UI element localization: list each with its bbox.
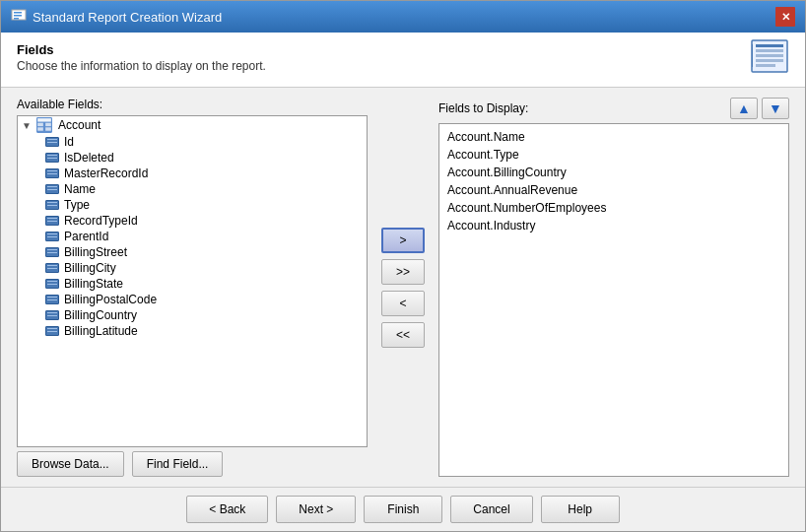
- remove-one-button[interactable]: <: [381, 291, 425, 316]
- field-icon: [45, 247, 59, 257]
- title-bar: Standard Report Creation Wizard ✕: [1, 1, 805, 33]
- window-title: Standard Report Creation Wizard: [33, 10, 222, 25]
- svg-rect-16: [45, 127, 51, 130]
- middle-panel: > >> < <<: [377, 98, 429, 477]
- svg-rect-10: [752, 44, 753, 67]
- table-icon: [36, 117, 52, 133]
- svg-rect-7: [756, 54, 783, 57]
- header-subtitle: Choose the information to display on the…: [17, 59, 266, 73]
- svg-rect-5: [756, 44, 783, 47]
- panels-row: Available Fields: ▼: [17, 98, 789, 477]
- field-icon: [45, 232, 59, 241]
- field-icon: [45, 295, 59, 304]
- list-item[interactable]: Account.Type: [443, 146, 784, 164]
- field-icon: [45, 168, 59, 178]
- browse-data-button[interactable]: Browse Data...: [17, 451, 124, 477]
- list-item[interactable]: Account.BillingCountry: [443, 164, 784, 181]
- field-icon: [45, 310, 59, 320]
- finish-button[interactable]: Finish: [364, 496, 442, 523]
- svg-rect-12: [37, 118, 51, 121]
- svg-rect-1: [14, 12, 22, 14]
- cancel-button[interactable]: Cancel: [450, 496, 532, 523]
- list-item[interactable]: MasterRecordId: [18, 166, 367, 181]
- right-panel-header: Fields to Display: ▲ ▼: [438, 98, 789, 119]
- svg-rect-13: [37, 123, 43, 126]
- display-fields-list[interactable]: Account.Name Account.Type Account.Billin…: [438, 123, 789, 477]
- sort-down-button[interactable]: ▼: [762, 98, 789, 119]
- list-item[interactable]: Type: [18, 197, 367, 213]
- list-item[interactable]: BillingPostalCode: [18, 292, 367, 307]
- list-item[interactable]: Account.AnnualRevenue: [443, 181, 784, 199]
- back-button[interactable]: < Back: [186, 496, 268, 523]
- list-item[interactable]: Account.NumberOfEmployees: [443, 199, 784, 217]
- list-item[interactable]: IsDeleted: [18, 150, 367, 166]
- fields-to-display-label: Fields to Display:: [438, 101, 528, 115]
- available-fields-list[interactable]: ▼ Account: [17, 115, 368, 447]
- svg-rect-9: [756, 64, 775, 67]
- field-icon: [45, 326, 59, 336]
- left-panel: Available Fields: ▼: [17, 98, 368, 477]
- find-field-button[interactable]: Find Field...: [132, 451, 224, 477]
- list-item[interactable]: BillingState: [18, 276, 367, 292]
- svg-rect-2: [14, 15, 22, 17]
- list-item[interactable]: RecordTypeId: [18, 213, 367, 229]
- list-item[interactable]: Name: [18, 181, 367, 197]
- app-icon: [11, 9, 27, 25]
- tree-root-label: Account: [58, 118, 101, 132]
- field-icon: [45, 263, 59, 273]
- next-button[interactable]: Next >: [276, 496, 356, 523]
- sort-buttons: ▲ ▼: [730, 98, 789, 119]
- field-icon: [45, 200, 59, 210]
- remove-all-button[interactable]: <<: [381, 322, 425, 348]
- header-title: Fields: [17, 42, 266, 57]
- expand-icon: ▼: [22, 120, 32, 131]
- bottom-buttons: Browse Data... Find Field...: [17, 451, 368, 477]
- list-item[interactable]: BillingCountry: [18, 307, 367, 323]
- close-button[interactable]: ✕: [775, 7, 795, 27]
- list-item[interactable]: Account.Industry: [443, 217, 784, 234]
- list-item[interactable]: ParentId: [18, 229, 367, 244]
- field-icon: [45, 153, 59, 163]
- content-area: Available Fields: ▼: [1, 88, 805, 487]
- help-button[interactable]: Help: [541, 496, 620, 523]
- svg-rect-6: [756, 49, 783, 52]
- svg-rect-3: [14, 18, 19, 20]
- list-item[interactable]: Id: [18, 134, 367, 150]
- field-icon: [45, 279, 59, 289]
- footer: < Back Next > Finish Cancel Help: [1, 487, 805, 531]
- field-icon: [45, 184, 59, 194]
- svg-rect-15: [37, 127, 43, 130]
- add-one-button[interactable]: >: [381, 228, 425, 253]
- sort-up-button[interactable]: ▲: [730, 98, 758, 119]
- field-icon: [45, 137, 59, 147]
- title-bar-left: Standard Report Creation Wizard: [11, 9, 222, 25]
- right-panel: Fields to Display: ▲ ▼ Account.Name Acco…: [438, 98, 789, 477]
- tree-root-account[interactable]: ▼ Account: [18, 116, 367, 134]
- svg-rect-8: [756, 59, 783, 62]
- svg-rect-14: [45, 123, 51, 126]
- list-item[interactable]: BillingCity: [18, 260, 367, 276]
- report-icon: [750, 38, 789, 77]
- list-item[interactable]: Account.Name: [443, 128, 784, 146]
- field-icon: [45, 216, 59, 226]
- list-item[interactable]: BillingStreet: [18, 244, 367, 260]
- available-fields-label: Available Fields:: [17, 98, 368, 111]
- header-section: Fields Choose the information to display…: [1, 33, 805, 88]
- add-all-button[interactable]: >>: [381, 259, 425, 285]
- list-item[interactable]: BillingLatitude: [18, 323, 367, 339]
- dialog-window: Standard Report Creation Wizard ✕ Fields…: [0, 0, 806, 532]
